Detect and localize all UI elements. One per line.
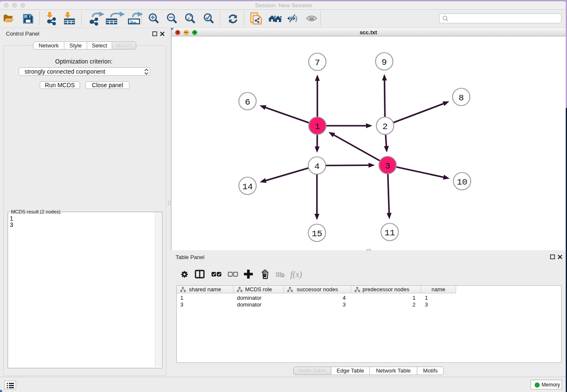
- svg-text:3: 3: [385, 161, 391, 171]
- svg-text:8: 8: [459, 93, 464, 103]
- svg-text:9: 9: [382, 58, 387, 67]
- svg-text:f(x): f(x): [290, 270, 302, 279]
- svg-text:10: 10: [457, 177, 467, 187]
- svg-text:7: 7: [315, 58, 320, 68]
- svg-text:14: 14: [242, 182, 253, 192]
- svg-text:1: 1: [315, 122, 320, 132]
- svg-text:15: 15: [311, 229, 322, 239]
- svg-text:11: 11: [384, 228, 395, 238]
- svg-text:2: 2: [383, 122, 388, 132]
- svg-text:6: 6: [245, 97, 250, 107]
- svg-text:4: 4: [314, 162, 320, 171]
